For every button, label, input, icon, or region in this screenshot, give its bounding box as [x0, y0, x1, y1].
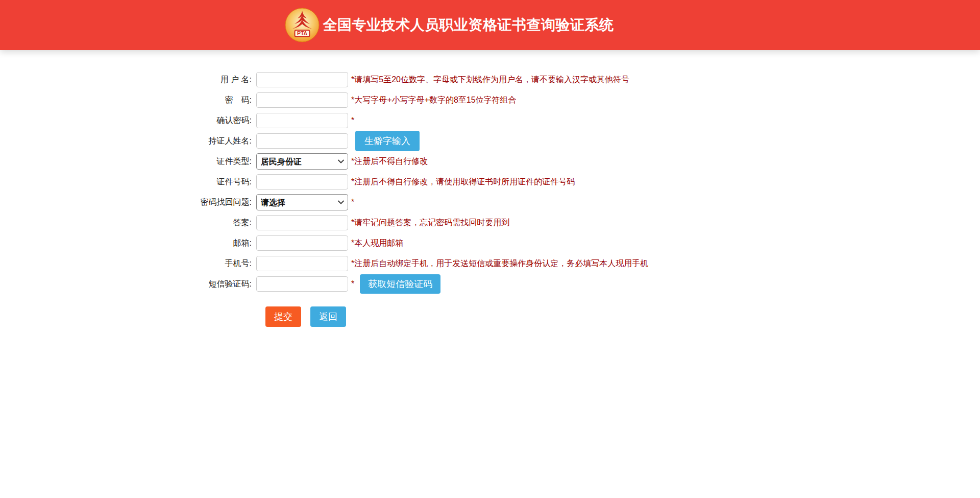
form-row-password-question: 密码找回问题:请选择*: [0, 192, 980, 212]
rare-character-input-button[interactable]: 生僻字输入: [355, 131, 420, 151]
logo-text: PTA: [297, 30, 307, 36]
id-type-select[interactable]: 居民身份证: [256, 153, 348, 170]
page: PTA 全国专业技术人员职业资格证书查询验证系统 用 户 名:*请填写5至20位…: [0, 0, 980, 498]
form-row-confirm-password: 确认密码:*: [0, 110, 980, 131]
id-number-hint: *注册后不得自行修改，请使用取得证书时所用证件的证件号码: [351, 177, 575, 187]
holder-name-input[interactable]: [256, 133, 348, 149]
page-title: 全国专业技术人员职业资格证书查询验证系统: [323, 15, 614, 35]
email-label: 邮箱:: [0, 238, 256, 249]
form-row-id-type: 证件类型:居民身份证*注册后不得自行修改: [0, 151, 980, 172]
password-question-select[interactable]: 请选择: [256, 194, 348, 210]
answer-hint: *请牢记问题答案，忘记密码需找回时要用到: [351, 218, 509, 228]
username-input[interactable]: [256, 72, 348, 87]
form-row-answer: 答案:*请牢记问题答案，忘记密码需找回时要用到: [0, 212, 980, 233]
back-button[interactable]: 返回: [310, 306, 346, 327]
form-row-holder-name: 持证人姓名:生僻字输入: [0, 131, 980, 151]
form-row-mobile: 手机号:*注册后自动绑定手机，用于发送短信或重要操作身份认定，务必填写本人现用手…: [0, 253, 980, 274]
id-number-input[interactable]: [256, 174, 348, 189]
mobile-label: 手机号:: [0, 258, 256, 269]
form-row-email: 邮箱:*本人现用邮箱: [0, 233, 980, 253]
username-hint: *请填写5至20位数字、字母或下划线作为用户名，请不要输入汉字或其他符号: [351, 75, 629, 85]
id-type-select-wrap: 居民身份证: [256, 153, 348, 170]
confirm-password-label: 确认密码:: [0, 115, 256, 126]
email-hint: *本人现用邮箱: [351, 238, 403, 249]
confirm-password-input[interactable]: [256, 113, 348, 128]
registration-form: 用 户 名:*请填写5至20位数字、字母或下划线作为用户名，请不要输入汉字或其他…: [0, 50, 980, 327]
form-row-username: 用 户 名:*请填写5至20位数字、字母或下划线作为用户名，请不要输入汉字或其他…: [0, 69, 980, 90]
password-label: 密 码:: [0, 95, 256, 106]
form-actions: 提交 返回: [0, 306, 980, 327]
password-question-label: 密码找回问题:: [0, 197, 256, 208]
submit-button[interactable]: 提交: [265, 306, 301, 327]
header: PTA 全国专业技术人员职业资格证书查询验证系统: [0, 0, 980, 50]
confirm-password-hint: *: [351, 116, 354, 125]
sms-code-hint: *: [351, 279, 354, 289]
form-row-password: 密 码:*大写字母+小写字母+数字的8至15位字符组合: [0, 90, 980, 110]
answer-label: 答案:: [0, 218, 256, 228]
mobile-input[interactable]: [256, 256, 348, 271]
password-question-select-wrap: 请选择: [256, 194, 348, 210]
get-sms-code-button[interactable]: 获取短信验证码: [360, 274, 440, 294]
id-type-hint: *注册后不得自行修改: [351, 156, 428, 167]
form-rows: 用 户 名:*请填写5至20位数字、字母或下划线作为用户名，请不要输入汉字或其他…: [0, 69, 980, 294]
email-input[interactable]: [256, 235, 348, 251]
pta-logo-icon: PTA: [285, 8, 320, 42]
form-row-id-number: 证件号码:*注册后不得自行修改，请使用取得证书时所用证件的证件号码: [0, 172, 980, 192]
answer-input[interactable]: [256, 215, 348, 230]
password-hint: *大写字母+小写字母+数字的8至15位字符组合: [351, 95, 517, 106]
id-number-label: 证件号码:: [0, 177, 256, 187]
sms-code-label: 短信验证码:: [0, 279, 256, 290]
username-label: 用 户 名:: [0, 75, 256, 85]
password-question-hint: *: [351, 198, 354, 207]
id-type-label: 证件类型:: [0, 156, 256, 167]
form-row-sms-code: 短信验证码:*获取短信验证码: [0, 274, 980, 294]
holder-name-label: 持证人姓名:: [0, 136, 256, 147]
sms-code-input[interactable]: [256, 276, 348, 292]
mobile-hint: *注册后自动绑定手机，用于发送短信或重要操作身份认定，务必填写本人现用手机: [351, 258, 648, 269]
header-inner: PTA 全国专业技术人员职业资格证书查询验证系统: [285, 8, 614, 42]
password-input[interactable]: [256, 92, 348, 108]
